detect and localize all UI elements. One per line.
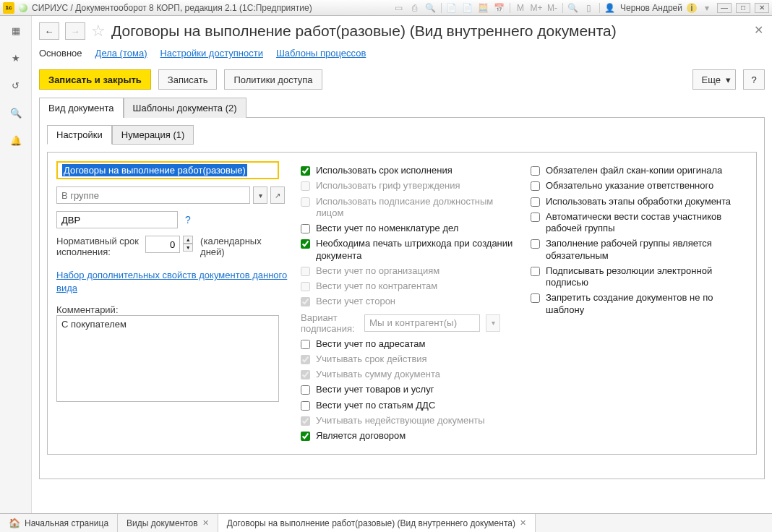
home-icon: 🏠 [9, 518, 20, 528]
apps-icon[interactable]: ▦ [9, 23, 23, 38]
code-input[interactable] [56, 211, 178, 228]
m-icon[interactable]: M [515, 2, 526, 14]
checkbox-option[interactable]: Запретить создание документов не по шабл… [531, 292, 747, 316]
history-icon[interactable]: ↺ [9, 78, 23, 93]
maximize-button[interactable]: □ [736, 3, 750, 13]
bottom-tab-home-label: Начальная страница [25, 518, 108, 528]
save-button[interactable]: Записать [158, 69, 218, 90]
favorite-star-icon[interactable]: ☆ [91, 22, 106, 40]
checkbox-input[interactable] [531, 181, 540, 191]
checkbox-option[interactable]: Вести учет по статьям ДДС [301, 400, 518, 411]
subnav-cases[interactable]: Дела (тома) [95, 48, 147, 59]
checkbox-option[interactable]: Обязательно указание ответственного [531, 180, 747, 192]
settings-panel: Договоры на выполнение работ(разовые) ▾ … [47, 152, 757, 455]
calc-icon[interactable]: 🧮 [478, 2, 489, 14]
checkbox-label: Учитывать недействующие документы [316, 415, 485, 426]
checkbox-label: Вести учет по номенклатуре дел [316, 223, 458, 234]
access-policies-button[interactable]: Политики доступа [224, 69, 322, 90]
checkbox-input[interactable] [301, 401, 310, 411]
norm-term-input[interactable] [145, 236, 180, 253]
bell-icon[interactable]: 🔔 [9, 133, 23, 147]
subnav-main[interactable]: Основное [39, 48, 82, 59]
group-open-button[interactable]: ↗ [270, 186, 285, 204]
checkbox-input[interactable] [531, 239, 540, 249]
checkbox-option[interactable]: Необходима печать штрихкода при создании… [301, 238, 518, 262]
checkbox-option: Вести учет по организациям [301, 265, 518, 277]
doc-icon[interactable]: 📄 [446, 2, 458, 14]
checkbox-input[interactable] [531, 213, 540, 222]
checkbox-input[interactable] [301, 432, 310, 441]
help-button[interactable]: ? [743, 69, 765, 90]
search-tb-icon[interactable]: 🔍 [425, 2, 437, 14]
checkbox-option[interactable]: Использовать этапы обработки документа [531, 196, 747, 207]
sign-variant-select[interactable] [364, 314, 480, 332]
sub-nav: Основное Дела (тома) Настройки доступнос… [39, 48, 765, 59]
calendar-icon[interactable]: 📅 [494, 2, 505, 14]
checkbox-input[interactable] [531, 197, 540, 207]
bottom-tab-home[interactable]: 🏠 Начальная страница [0, 514, 118, 532]
dropdown-icon[interactable]: ▾ [701, 2, 713, 14]
print-icon[interactable]: ⎙ [409, 2, 421, 14]
inner-tab-numbering[interactable]: Нумерация (1) [112, 125, 194, 145]
close-icon[interactable]: ✕ [202, 518, 209, 528]
spin-up-button[interactable]: ▲ [183, 236, 193, 244]
nav-back-button[interactable]: ← [39, 22, 59, 40]
titlebar: 1c СИРИУС / Документооборот 8 КОРП, реда… [0, 0, 772, 16]
search-icon[interactable]: 🔍 [9, 106, 23, 120]
checkbox-option[interactable]: Автоматически вести состав участников ра… [531, 211, 747, 235]
checkbox-option[interactable]: Подписывать резолюции электронной подпис… [531, 265, 747, 289]
info-icon[interactable]: i [687, 3, 697, 13]
checkbox-label: Подписывать резолюции электронной подпис… [546, 265, 747, 289]
checkbox-label: Необходима печать штрихкода при создании… [316, 238, 518, 262]
group-dropdown-button[interactable]: ▾ [253, 186, 267, 204]
checkbox-label: Вести учет сторон [316, 296, 395, 307]
m-plus-icon[interactable]: M+ [531, 2, 542, 14]
checkbox-option[interactable]: Вести учет по адресатам [301, 338, 518, 350]
checkbox-input[interactable] [531, 267, 540, 276]
checkbox-label: Учитывать сумму документа [316, 369, 440, 380]
checkbox-option[interactable]: Использовать срок исполнения [301, 165, 518, 176]
close-icon[interactable]: ✕ [520, 518, 526, 528]
checkbox-option[interactable]: Обязателен файл скан-копии оригинала [531, 165, 747, 176]
star-icon[interactable]: ★ [9, 51, 23, 65]
extra-props-link[interactable]: Набор дополнительных свойств документов … [56, 269, 288, 294]
panel-icon[interactable]: ▯ [583, 2, 595, 14]
preview-icon[interactable]: ▭ [393, 2, 405, 14]
user-name[interactable]: Чернов Андрей [620, 3, 682, 13]
code-help-icon[interactable]: ? [185, 214, 191, 226]
checkbox-input[interactable] [301, 224, 310, 233]
save-and-close-button[interactable]: Записать и закрыть [39, 69, 151, 90]
page-title: Договоры на выполнение работ(разовые) (В… [111, 22, 617, 40]
tab-doc-templates[interactable]: Шаблоны документа (2) [124, 98, 246, 118]
bottom-tab-current[interactable]: Договоры на выполнение работ(разовые) (В… [218, 514, 536, 532]
checkbox-input[interactable] [301, 385, 310, 395]
more-button[interactable]: Еще [692, 69, 736, 90]
checkbox-option[interactable]: Вести учет по номенклатуре дел [301, 223, 518, 234]
minimize-button[interactable]: — [717, 3, 732, 13]
copy-icon[interactable]: 📄 [462, 2, 473, 14]
user-icon[interactable]: 👤 [604, 2, 616, 14]
status-dot-icon [19, 4, 27, 12]
checkbox-input[interactable] [531, 166, 540, 176]
zoom-icon[interactable]: 🔍 [567, 2, 579, 14]
inner-tab-settings[interactable]: Настройки [47, 125, 112, 145]
name-input[interactable]: Договоры на выполнение работ(разовые) [56, 161, 279, 179]
checkbox-option[interactable]: Заполнение рабочей группы является обяза… [531, 238, 747, 262]
nav-forward-button[interactable]: → [65, 22, 85, 40]
checkbox-option[interactable]: Является договором [301, 430, 518, 442]
bottom-tab-doc-types[interactable]: Виды документов ✕ [118, 514, 218, 532]
m-minus-icon[interactable]: M- [546, 2, 558, 14]
subnav-templates[interactable]: Шаблоны процессов [276, 48, 366, 59]
spin-down-button[interactable]: ▼ [183, 244, 193, 252]
subnav-access[interactable]: Настройки доступности [160, 48, 262, 59]
checkbox-input[interactable] [301, 166, 310, 176]
comment-textarea[interactable]: С покупателем [56, 315, 279, 402]
group-input[interactable] [56, 186, 250, 204]
close-window-button[interactable]: ✕ [755, 3, 769, 13]
checkbox-input[interactable] [301, 239, 310, 249]
close-tab-icon[interactable]: ✕ [754, 23, 763, 37]
checkbox-input[interactable] [531, 293, 540, 303]
checkbox-input[interactable] [301, 340, 310, 349]
tab-doc-type[interactable]: Вид документа [39, 98, 124, 118]
checkbox-option[interactable]: Вести учет товаров и услуг [301, 384, 518, 395]
